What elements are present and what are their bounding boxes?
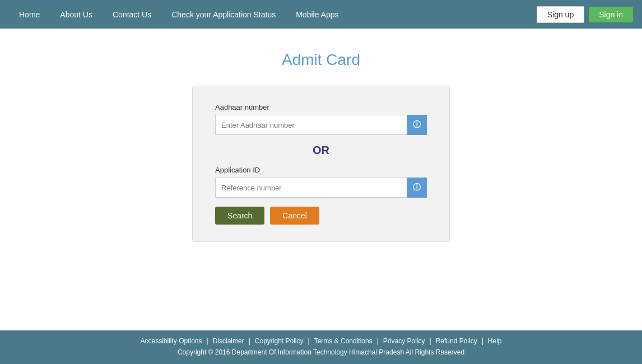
footer-copyright-policy[interactable]: Copyright Policy <box>250 337 308 345</box>
signin-button[interactable]: Sign in <box>589 7 633 22</box>
footer-copyright: Copyright © 2016 Department Of Informati… <box>9 348 633 356</box>
nav-mobile-apps[interactable]: Mobile Apps <box>286 0 348 29</box>
or-divider: OR <box>215 144 427 157</box>
aadhaar-input-row: ⓘ <box>215 115 427 135</box>
nav-home[interactable]: Home <box>9 0 50 29</box>
footer: Accessibility Options | Disclaimer | Cop… <box>0 330 642 364</box>
form-buttons: Search Cancel <box>215 207 427 225</box>
nav-about[interactable]: About Us <box>50 0 103 29</box>
application-id-info-button[interactable]: ⓘ <box>407 178 427 198</box>
application-id-input[interactable] <box>215 178 407 198</box>
nav-contact[interactable]: Contact Us <box>103 0 161 29</box>
footer-help[interactable]: Help <box>483 337 506 345</box>
footer-terms[interactable]: Terms & Conditions <box>310 337 377 345</box>
footer-refund[interactable]: Refund Policy <box>431 337 482 345</box>
page-title: Admit Card <box>282 51 360 69</box>
aadhaar-info-button[interactable]: ⓘ <box>407 115 427 135</box>
aadhaar-input[interactable] <box>215 115 407 135</box>
footer-privacy[interactable]: Privacy Policy <box>379 337 430 345</box>
admit-card-form: Aadhaar number ⓘ OR Application ID ⓘ Sea… <box>192 86 450 242</box>
nav-links: Home About Us Contact Us Check your Appl… <box>9 0 537 29</box>
aadhaar-label: Aadhaar number <box>215 103 427 111</box>
application-id-input-row: ⓘ <box>215 178 427 198</box>
footer-accessibility[interactable]: Accessibility Options <box>136 337 207 345</box>
nav-check-status[interactable]: Check your Application Status <box>161 0 286 29</box>
signup-button[interactable]: Sign up <box>537 6 584 23</box>
navbar-actions: Sign up Sign in <box>537 6 633 23</box>
application-id-label: Application ID <box>215 166 427 174</box>
main-content: Admit Card Aadhaar number ⓘ OR Applicati… <box>0 29 642 330</box>
footer-disclaimer[interactable]: Disclaimer <box>208 337 249 345</box>
footer-links: Accessibility Options | Disclaimer | Cop… <box>9 337 633 345</box>
cancel-button[interactable]: Cancel <box>270 207 319 225</box>
search-button[interactable]: Search <box>215 207 264 225</box>
navbar: Home About Us Contact Us Check your Appl… <box>0 0 642 29</box>
